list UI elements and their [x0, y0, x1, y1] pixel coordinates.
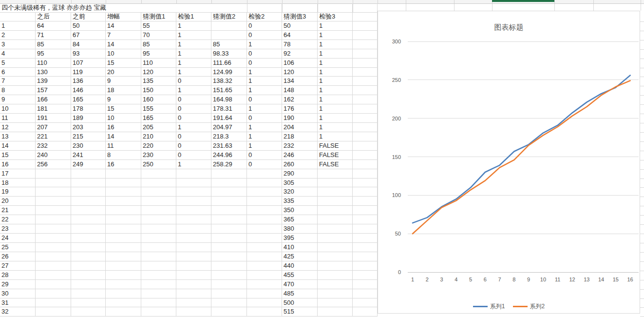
sheet-cell[interactable] [36, 206, 71, 215]
sheet-column-header-cell[interactable]: 检验3 [318, 12, 353, 21]
sheet-cell[interactable]: 0 [247, 59, 282, 68]
sheet-cell[interactable] [176, 178, 211, 188]
sheet-cell[interactable]: 7 [106, 31, 141, 40]
sheet-cell[interactable]: 250 [141, 160, 176, 169]
sheet-cell[interactable]: 260 [282, 160, 318, 169]
sheet-cell[interactable]: 64 [282, 31, 318, 40]
sheet-cell[interactable] [353, 252, 378, 261]
sheet-cell[interactable]: 151.65 [211, 86, 247, 95]
sheet-cell[interactable] [71, 307, 106, 317]
sheet-cell[interactable]: 0 [176, 95, 211, 104]
sheet-cell[interactable] [247, 234, 282, 243]
sheet-cell[interactable]: 10 [106, 49, 141, 59]
sheet-cell[interactable] [247, 289, 282, 298]
sheet-cell[interactable] [36, 280, 71, 289]
sheet-cell[interactable] [71, 298, 106, 308]
sheet-cell[interactable] [318, 224, 353, 234]
sheet-cell[interactable] [353, 169, 378, 178]
sheet-cell[interactable] [36, 307, 71, 317]
sheet-cell[interactable]: 1 [176, 123, 211, 132]
sheet-cell[interactable]: 1 [318, 104, 353, 114]
sheet-cell[interactable]: 232 [36, 141, 71, 151]
sheet-cell[interactable]: 10 [0, 104, 36, 114]
sheet-cell[interactable]: 157 [36, 86, 71, 95]
sheet-cell[interactable] [106, 261, 141, 271]
sheet-cell[interactable]: 395 [282, 234, 318, 243]
sheet-cell[interactable] [318, 280, 353, 289]
sheet-cell[interactable] [353, 289, 378, 298]
sheet-cell[interactable] [318, 215, 353, 224]
sheet-cell[interactable]: 0 [176, 114, 211, 123]
sheet-cell[interactable]: 165 [141, 114, 176, 123]
sheet-cell[interactable] [106, 298, 141, 308]
sheet-cell[interactable]: 1 [318, 114, 353, 123]
sheet-column-header-cell[interactable] [353, 12, 378, 21]
sheet-cell[interactable] [36, 298, 71, 308]
sheet-cell[interactable] [247, 224, 282, 234]
sheet-cell[interactable] [71, 280, 106, 289]
sheet-cell[interactable] [211, 307, 247, 317]
sheet-cell[interactable]: 290 [282, 169, 318, 178]
sheet-cell[interactable]: 0 [176, 141, 211, 151]
sheet-cell[interactable] [353, 187, 378, 197]
sheet-cell[interactable]: 3 [0, 40, 36, 49]
sheet-cell[interactable] [211, 271, 247, 280]
sheet-cell[interactable]: 71 [36, 31, 71, 40]
sheet-cell[interactable] [247, 178, 282, 188]
sheet-cell[interactable]: 139 [36, 77, 71, 86]
sheet-cell[interactable] [353, 280, 378, 289]
sheet-column-header-cell[interactable]: 检验2 [247, 12, 282, 21]
sheet-cell[interactable]: 15 [0, 151, 36, 160]
sheet-cell[interactable] [353, 3, 378, 13]
sheet-cell[interactable] [318, 3, 353, 13]
sheet-cell[interactable]: 67 [71, 31, 106, 40]
sheet-cell[interactable]: 98.33 [211, 49, 247, 59]
sheet-cell[interactable]: 455 [282, 271, 318, 280]
sheet-cell[interactable] [353, 95, 378, 104]
sheet-cell[interactable]: 0 [176, 151, 211, 160]
sheet-cell[interactable]: 1 [247, 40, 282, 49]
sheet-cell[interactable] [353, 197, 378, 206]
sheet-cell[interactable]: 150 [141, 86, 176, 95]
sheet-cell[interactable] [353, 215, 378, 224]
sheet-cell[interactable]: 92 [282, 49, 318, 59]
sheet-cell[interactable] [318, 234, 353, 243]
sheet-cell[interactable]: 111.66 [211, 59, 247, 68]
sheet-cell[interactable] [141, 271, 176, 280]
sheet-cell[interactable] [106, 289, 141, 298]
sheet-cell[interactable] [353, 114, 378, 123]
sheet-cell[interactable]: 95 [141, 49, 176, 59]
sheet-cell[interactable]: 189 [71, 114, 106, 123]
sheet-cell[interactable]: 106 [282, 59, 318, 68]
sheet-cell[interactable] [353, 86, 378, 95]
sheet-cell[interactable] [71, 234, 106, 243]
sheet-cell[interactable]: 410 [282, 243, 318, 252]
sheet-cell[interactable] [176, 224, 211, 234]
sheet-cell[interactable] [318, 197, 353, 206]
sheet-cell[interactable] [36, 224, 71, 234]
sheet-cell[interactable]: 16 [106, 123, 141, 132]
sheet-cell[interactable]: 1 [247, 86, 282, 95]
sheet-cell[interactable] [247, 271, 282, 280]
sheet-cell[interactable] [176, 206, 211, 215]
sheet-cell[interactable]: 244.96 [211, 151, 247, 160]
sheet-cell[interactable]: 138.32 [211, 77, 247, 86]
legend-item[interactable]: 系列1 [473, 302, 505, 311]
sheet-cell[interactable]: 1 [176, 86, 211, 95]
sheet-column-header-cell[interactable]: 猜测值1 [141, 12, 176, 21]
sheet-cell[interactable] [141, 234, 176, 243]
sheet-cell[interactable] [176, 261, 211, 271]
sheet-cell[interactable]: 0 [247, 151, 282, 160]
sheet-cell[interactable] [176, 307, 211, 317]
sheet-cell[interactable]: FALSE [318, 141, 353, 151]
sheet-cell[interactable]: 305 [282, 178, 318, 188]
sheet-cell[interactable]: FALSE [318, 151, 353, 160]
sheet-cell[interactable] [247, 187, 282, 197]
sheet-cell[interactable]: 93 [71, 49, 106, 59]
sheet-cell[interactable] [353, 31, 378, 40]
sheet-cell[interactable] [318, 261, 353, 271]
sheet-cell[interactable] [141, 243, 176, 252]
sheet-cell[interactable] [176, 234, 211, 243]
series-line-2[interactable] [413, 80, 630, 234]
sheet-cell[interactable] [211, 21, 247, 31]
